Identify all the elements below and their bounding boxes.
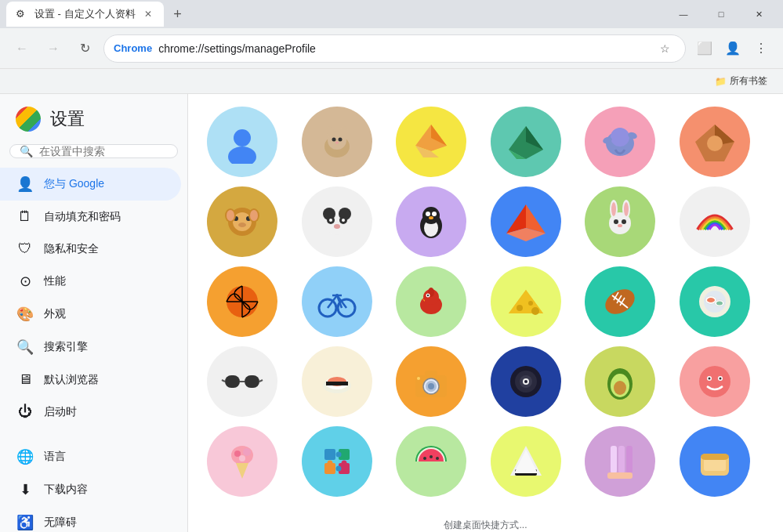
svg-point-36 xyxy=(329,219,332,222)
avatar-bird-origami[interactable] xyxy=(491,186,561,257)
sidebar-label-autofill: 自动填充和密码 xyxy=(44,210,121,224)
url-bar[interactable]: Chrome chrome://settings/manageProfile ☆ xyxy=(103,34,686,63)
svg-point-42 xyxy=(426,212,430,216)
avatar-puzzle[interactable] xyxy=(302,426,372,497)
svg-rect-118 xyxy=(324,449,335,460)
avatar-elephant[interactable] xyxy=(585,107,655,177)
avatar-icecream[interactable] xyxy=(207,426,277,497)
tab-title: 设置 - 自定义个人资料 xyxy=(34,7,136,21)
svg-rect-86 xyxy=(245,375,259,388)
downloads-icon: ⬇ xyxy=(16,481,34,498)
tab-settings-icon: ⚙ xyxy=(16,8,28,20)
active-tab[interactable]: ⚙ 设置 - 自定义个人资料 ✕ xyxy=(6,2,164,27)
search-icon: 🔍 xyxy=(20,145,33,157)
folder-icon: 📁 xyxy=(715,76,727,87)
avatar-grid xyxy=(188,94,783,509)
avatar-sushi-plate[interactable] xyxy=(680,266,750,337)
sidebar-item-startup[interactable]: ⏻ 启动时 xyxy=(0,396,181,428)
refresh-button[interactable]: ↻ xyxy=(72,36,97,61)
svg-point-82 xyxy=(707,298,715,302)
search-box[interactable]: 🔍 xyxy=(9,144,178,158)
avatar-fox-origami[interactable] xyxy=(396,107,466,177)
sidebar-item-google[interactable]: 👤 您与 Google xyxy=(0,168,181,201)
avatar-rabbit[interactable] xyxy=(585,186,655,257)
svg-point-16 xyxy=(611,128,629,147)
avatar-cheese[interactable] xyxy=(491,266,561,337)
minimize-button[interactable]: — xyxy=(665,2,701,27)
avatar-sunglasses[interactable] xyxy=(207,346,277,417)
avatar-smile-face[interactable] xyxy=(680,346,750,417)
svg-point-7 xyxy=(338,138,342,142)
sidebar-item-privacy[interactable]: 🛡 隐私和安全 xyxy=(0,233,181,265)
avatar-panda[interactable] xyxy=(302,186,372,257)
close-button[interactable]: ✕ xyxy=(741,2,777,27)
avatar-bird-red[interactable] xyxy=(396,266,466,337)
avatar-cat[interactable] xyxy=(302,107,372,177)
startup-icon: ⏻ xyxy=(16,404,34,420)
avatar-rainbow[interactable] xyxy=(680,186,750,257)
avatar-pizza[interactable] xyxy=(585,426,655,497)
svg-point-38 xyxy=(334,224,340,229)
svg-point-125 xyxy=(335,466,341,472)
svg-marker-114 xyxy=(236,463,248,479)
bookmark-star-icon[interactable]: ☆ xyxy=(654,38,676,60)
svg-point-84 xyxy=(716,302,723,306)
svg-rect-134 xyxy=(626,446,633,473)
extensions-button[interactable]: ⬜ xyxy=(692,36,717,61)
avatar-sushi[interactable] xyxy=(302,346,372,417)
tab-close-button[interactable]: ✕ xyxy=(142,8,154,20)
avatar-default[interactable] xyxy=(207,107,277,177)
svg-point-107 xyxy=(614,381,626,395)
avatar-basketball[interactable] xyxy=(207,266,277,337)
avatar-monkey[interactable] xyxy=(207,186,277,257)
profile-button[interactable]: 👤 xyxy=(720,36,745,61)
sidebar-item-browser[interactable]: 🖥 默认浏览器 xyxy=(0,364,181,396)
url-actions: ☆ xyxy=(654,38,676,60)
avatar-football[interactable] xyxy=(585,266,655,337)
sidebar-item-search[interactable]: 🔍 搜索引擎 xyxy=(0,331,181,364)
svg-rect-135 xyxy=(607,472,633,479)
svg-point-112 xyxy=(719,378,721,380)
svg-point-53 xyxy=(614,219,618,224)
avatar-frog-origami[interactable] xyxy=(491,107,561,177)
sidebar-item-accessibility[interactable]: ♿ 无障碍 xyxy=(0,506,181,532)
svg-point-26 xyxy=(238,223,246,227)
avatar-onigiri[interactable] xyxy=(491,426,561,497)
sidebar-item-autofill[interactable]: 🗒 自动填充和密码 xyxy=(0,201,181,233)
avatar-bread[interactable] xyxy=(680,426,750,497)
svg-point-99 xyxy=(417,377,420,380)
sidebar-item-language[interactable]: 🌐 语言 xyxy=(0,440,181,473)
bookmarks-bar: 📁 所有书签 xyxy=(0,69,783,94)
sidebar-item-downloads[interactable]: ⬇ 下载内容 xyxy=(0,473,181,506)
svg-point-1 xyxy=(228,147,256,164)
svg-point-55 xyxy=(618,224,622,227)
svg-line-89 xyxy=(259,380,263,382)
maximize-button[interactable]: □ xyxy=(703,2,739,27)
back-button[interactable]: ← xyxy=(9,36,34,61)
svg-point-72 xyxy=(528,301,533,306)
all-bookmarks[interactable]: 📁 所有书签 xyxy=(709,72,774,91)
forward-button[interactable]: → xyxy=(41,36,66,61)
avatar-avocado[interactable] xyxy=(585,346,655,417)
avatar-watermelon[interactable] xyxy=(396,426,466,497)
menu-button[interactable]: ⋮ xyxy=(749,36,774,61)
svg-rect-93 xyxy=(326,382,348,385)
svg-rect-133 xyxy=(618,446,625,473)
svg-point-128 xyxy=(436,457,439,460)
svg-point-54 xyxy=(622,219,626,224)
search-input[interactable] xyxy=(39,145,176,157)
sidebar: 设置 🔍 👤 您与 Google 🗒 自动填充和密码 🛡 隐私和安全 ⊙ 性能 … xyxy=(0,94,188,532)
avatar-vinyl[interactable] xyxy=(491,346,561,417)
avatar-lion-origami[interactable] xyxy=(680,107,750,177)
avatar-camera[interactable] xyxy=(396,346,466,417)
search-engine-icon: 🔍 xyxy=(16,338,34,356)
addressbar: ← → ↻ Chrome chrome://settings/managePro… xyxy=(0,28,783,69)
new-tab-button[interactable]: + xyxy=(167,3,189,25)
sidebar-item-performance[interactable]: ⊙ 性能 xyxy=(0,265,181,298)
sidebar-label-search: 搜索引擎 xyxy=(44,340,88,354)
svg-line-88 xyxy=(222,380,225,382)
sidebar-item-appearance[interactable]: 🎨 外观 xyxy=(0,298,181,331)
avatar-penguin[interactable] xyxy=(396,186,466,257)
url-text: chrome://settings/manageProfile xyxy=(158,42,647,55)
avatar-bicycle[interactable] xyxy=(302,266,372,337)
